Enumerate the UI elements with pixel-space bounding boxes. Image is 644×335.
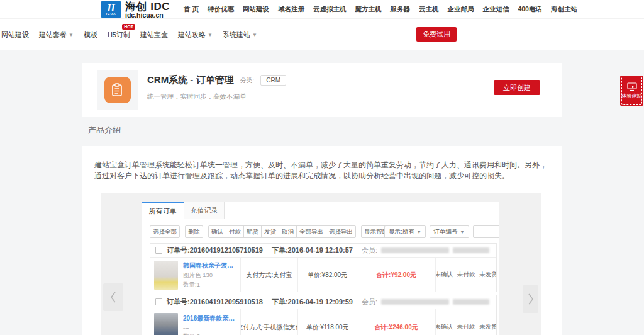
- total-price-cell: 合计:¥246.00元: [357, 309, 435, 335]
- chevron-right-icon[interactable]: [523, 285, 538, 313]
- tab-all-orders[interactable]: 所有订单: [142, 202, 184, 219]
- topnav-item-domain-registration[interactable]: 域名注册: [278, 5, 304, 14]
- order-search-input[interactable]: [473, 225, 499, 238]
- subnav-item-guide[interactable]: 建站攻略▼: [178, 30, 213, 40]
- order-number: 订单号:2016041912105710519: [167, 246, 263, 255]
- status-unshipped: 未发货: [479, 271, 496, 279]
- monitor-icon: [627, 82, 637, 91]
- topnav-item-home[interactable]: 首 页: [184, 5, 199, 14]
- order-body: 2016最新春款亲子装破... --- 数量:2 支付方式:手机微信支付 单价:…: [150, 309, 496, 335]
- product-intro-card: 建站宝盒订单管理系统能轻松订单统一管理，方便、及时、不漏单，减少了大量的简单重复…: [82, 146, 562, 335]
- member-label: 会员:: [362, 246, 377, 255]
- status-unpaid: 未付款: [457, 323, 475, 331]
- cancel-button[interactable]: 取消: [279, 225, 297, 238]
- status-cell: 未确认 未付款 未发货: [435, 309, 496, 335]
- order-row: 订单号:2016041912105710519 下单:2016-04-19 12…: [150, 243, 497, 292]
- product-cell: 2016最新春款亲子装破... --- 数量:2: [150, 309, 240, 335]
- member-redacted: [453, 299, 489, 305]
- crm-toolbar: 选择全部 删除 确认 付款 配货 发货 取消 全部导出 选择导出 显示帮助: [150, 225, 391, 238]
- payment-cell: 支付方式:支付宝: [240, 258, 297, 292]
- free-trial-button[interactable]: 免费试用: [416, 27, 457, 42]
- order-header: 订单号:2016041912095910518 下单:2016-04-19 12…: [150, 295, 496, 309]
- chevron-left-icon[interactable]: [103, 283, 123, 311]
- brand-domain: idc.hicua.cn: [125, 12, 170, 19]
- subnav-item-system-building[interactable]: 系统建站▼: [223, 30, 257, 40]
- product-thumbnail: [154, 313, 178, 335]
- topnav-item-enterprise-mail[interactable]: 企业邮局: [447, 5, 474, 14]
- confirm-button[interactable]: 确认: [208, 225, 226, 238]
- order-action-group: 确认 付款 配货 发货 取消 全部导出 选择导出: [208, 225, 356, 238]
- product-title: CRM系统 - 订单管理: [147, 74, 234, 86]
- logo-mark-icon: H ICUA: [101, 1, 121, 18]
- export-all-button[interactable]: 全部导出: [296, 225, 326, 238]
- subnav-item-packages[interactable]: 建站套餐▼: [39, 30, 74, 40]
- status-cell: 未确认 未付款 未发货: [435, 258, 496, 292]
- product-subtitle: 统一管理，实时同步，高效不漏单: [147, 93, 247, 101]
- product-link[interactable]: 2016最新春款亲子装破...: [183, 314, 236, 323]
- order-row: 订单号:2016041912095910518 下单:2016-04-19 12…: [150, 295, 497, 335]
- search-type-dropdown[interactable]: 订单编号▼: [430, 225, 469, 238]
- product-card: CRM系统 - 订单管理 分类: CRM 统一管理，实时同步，高效不漏单 立即创…: [82, 63, 562, 117]
- order-checkbox[interactable]: [155, 247, 162, 254]
- tab-recharge-records[interactable]: 充值记录: [184, 202, 225, 219]
- caret-down-icon: ▼: [417, 230, 421, 234]
- topnav-item-enterprise-sms[interactable]: 企业短信: [482, 5, 509, 14]
- subnav-item-templates[interactable]: 模板: [84, 30, 97, 40]
- topnav-item-cloud-server[interactable]: 云主机: [419, 5, 439, 14]
- product-info: 2016最新春款亲子装破... --- 数量:2: [183, 314, 236, 335]
- caret-down-icon: ▼: [460, 230, 465, 234]
- product-icon-frame: [97, 70, 138, 110]
- subnav-item-h5-custom[interactable]: H5订制HOT: [108, 30, 130, 40]
- product-variant: ---: [183, 324, 236, 331]
- product-quantity: 数量:1: [183, 281, 236, 289]
- topnav-item-main-site[interactable]: 海创主站: [551, 5, 577, 14]
- member-redacted: [453, 247, 489, 253]
- subnav-label: H5订制: [108, 30, 130, 40]
- delete-button[interactable]: 删除: [185, 225, 203, 238]
- top-header: H ICUA 海创 IDC idc.hicua.cn 首 页 特价优惠 网站建设…: [0, 0, 644, 19]
- show-filter-dropdown[interactable]: 显示:所有▼: [384, 225, 426, 238]
- category-badge[interactable]: CRM: [260, 75, 286, 86]
- export-selected-button[interactable]: 选择导出: [326, 225, 356, 238]
- crm-filter-controls: 显示:所有▼ 订单编号▼: [384, 225, 499, 238]
- brand-name: 海创 IDC: [125, 1, 170, 12]
- product-description: 建站宝盒订单管理系统能轻松订单统一管理，方便、及时、不漏单，减少了大量的简单重复…: [94, 160, 551, 181]
- logo-text: 海创 IDC idc.hicua.cn: [125, 1, 170, 19]
- topnav-item-server[interactable]: 服务器: [390, 5, 410, 14]
- logo-letter: H: [107, 3, 114, 13]
- member-redacted: [381, 299, 449, 305]
- subnav-items: 网站建设 建站套餐▼ 模板 H5订制HOT 建站宝盒 建站攻略▼ 系统建站▼: [1, 19, 257, 50]
- product-cell: 韩国春秋亲子装母女儿童... 图片色 130 数量:1: [150, 258, 240, 292]
- logo[interactable]: H ICUA 海创 IDC idc.hicua.cn: [101, 1, 170, 19]
- topnav-item-cube-host[interactable]: 魔方主机: [355, 5, 381, 14]
- product-link[interactable]: 韩国春秋亲子装母女儿童...: [183, 261, 236, 270]
- subnav-item-website-building[interactable]: 网站建设: [1, 30, 29, 40]
- ship-button[interactable]: 发货: [261, 225, 279, 238]
- status-unpaid: 未付款: [457, 271, 475, 279]
- search-type-label: 订单编号: [434, 228, 458, 236]
- status-unconfirmed: 未确认: [435, 271, 453, 279]
- topnav-item-specials[interactable]: 特价优惠: [208, 5, 234, 14]
- order-checkbox[interactable]: [155, 298, 162, 305]
- subnav-label: 网站建设: [1, 30, 29, 40]
- topnav-item-400-phone[interactable]: 400电话: [518, 5, 542, 14]
- order-body: 韩国春秋亲子装母女儿童... 图片色 130 数量:1 支付方式:支付宝 单价:…: [150, 258, 496, 292]
- hot-badge: HOT: [122, 24, 135, 30]
- clipboard-icon: [104, 77, 131, 103]
- sub-navigation: 网站建设 建站套餐▼ 模板 H5订制HOT 建站宝盒 建站攻略▼ 系统建站▼ 免…: [0, 19, 644, 50]
- topnav-item-cloud-virtual-host[interactable]: 云虚拟主机: [313, 5, 347, 14]
- product-header: CRM系统 - 订单管理 分类: CRM: [147, 74, 286, 86]
- topnav-item-website-building[interactable]: 网站建设: [243, 5, 269, 14]
- subnav-item-sitebox[interactable]: 建站宝盒: [140, 30, 168, 40]
- order-header: 订单号:2016041912105710519 下单:2016-04-19 12…: [150, 244, 496, 258]
- pay-button[interactable]: 付款: [226, 225, 244, 238]
- create-now-button[interactable]: 立即创建: [494, 80, 540, 95]
- trial-site-widget[interactable]: 体验建站: [620, 76, 643, 106]
- status-unconfirmed: 未确认: [435, 323, 453, 331]
- product-quantity: 数量:2: [183, 332, 236, 335]
- status-unshipped: 未发货: [479, 323, 496, 331]
- page: H ICUA 海创 IDC idc.hicua.cn 首 页 特价优惠 网站建设…: [0, 0, 644, 335]
- allocate-button[interactable]: 配货: [243, 225, 262, 238]
- subnav-label: 建站宝盒: [140, 30, 168, 40]
- select-all-button[interactable]: 选择全部: [150, 225, 180, 238]
